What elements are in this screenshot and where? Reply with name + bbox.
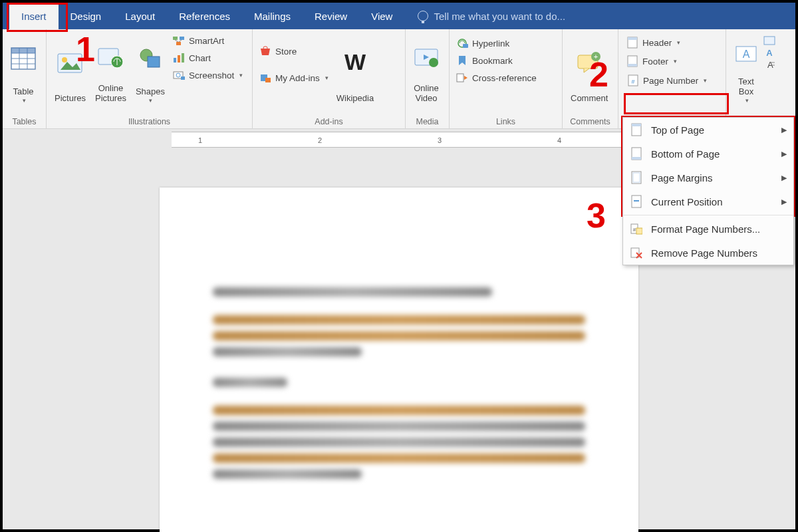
svg-rect-21 (181, 76, 185, 80)
group-label-comments: Comments (567, 115, 614, 127)
svg-text:3: 3 (438, 136, 442, 144)
svg-rect-30 (463, 44, 468, 48)
group-addins: Store My Add-ins ▾ W Wikipedia Add-ins (253, 29, 406, 128)
ribbon-tabs: Insert Design Layout References Mailings… (3, 3, 795, 29)
header-button[interactable]: Header ▾ (622, 35, 722, 51)
svg-rect-14 (180, 37, 184, 40)
svg-rect-62 (636, 228, 642, 234)
blurred-text (213, 469, 362, 479)
online-video-button[interactable]: Online Video (410, 32, 443, 105)
tab-insert[interactable]: Insert (9, 3, 59, 29)
svg-rect-55 (632, 157, 641, 160)
tab-review[interactable]: Review (303, 3, 359, 29)
tab-mailings[interactable]: Mailings (242, 3, 303, 29)
ribbon: Table ▾ Tables Pictures Onli (3, 29, 795, 129)
svg-rect-16 (174, 58, 176, 63)
document-page[interactable] (160, 188, 638, 532)
screenshot-button[interactable]: Screenshot▾ (170, 68, 245, 82)
svg-rect-15 (176, 42, 181, 45)
header-icon (626, 37, 638, 49)
tab-view[interactable]: View (359, 3, 404, 29)
table-button[interactable]: Table ▾ (7, 32, 40, 105)
svg-text:#: # (631, 78, 634, 85)
hyperlink-button[interactable]: Hyperlink (454, 36, 539, 51)
menu-current-position[interactable]: Current Position ▶ (623, 190, 793, 213)
online-pictures-icon (97, 33, 124, 81)
svg-text:4: 4 (557, 136, 561, 144)
page-number-icon: # (627, 74, 639, 86)
caret-icon: ▾ (23, 97, 26, 104)
tab-design[interactable]: Design (59, 3, 114, 29)
caret-icon: ▾ (745, 97, 749, 104)
group-links: Hyperlink Bookmark Cross-reference Links (450, 29, 563, 128)
svg-rect-38 (628, 64, 637, 66)
store-icon (259, 45, 271, 57)
crossref-icon (456, 72, 468, 84)
group-media: Online Video Media (406, 29, 450, 128)
svg-point-8 (62, 57, 67, 63)
tab-layout[interactable]: Layout (113, 3, 167, 29)
menu-page-margins[interactable]: Page Margins ▶ (623, 166, 793, 190)
text-box-icon: A (734, 33, 758, 74)
caret-icon: ▾ (149, 97, 152, 104)
menu-top-of-page[interactable]: Top of Page ▶ (623, 118, 793, 142)
svg-rect-36 (628, 37, 637, 40)
chart-button[interactable]: Chart (170, 51, 245, 65)
menu-bottom-of-page[interactable]: Bottom of Page ▶ (623, 142, 793, 166)
text-box-button[interactable]: A Text Box ▾ (730, 32, 762, 105)
group-label-illustrations: Illustrations (51, 115, 248, 127)
smartart-button[interactable]: SmartArt (170, 33, 245, 48)
online-pictures-button[interactable]: Online Pictures (91, 32, 130, 105)
hyperlink-icon (456, 37, 468, 49)
chart-icon (173, 52, 185, 64)
shapes-button[interactable]: Shapes ▾ (132, 32, 169, 105)
my-addins-button[interactable]: My Add-ins ▾ (257, 70, 331, 85)
bookmark-icon (456, 55, 468, 66)
tab-references[interactable]: References (167, 3, 242, 29)
table-icon (11, 33, 36, 84)
submenu-arrow-icon: ▶ (781, 150, 787, 158)
svg-text:2: 2 (318, 136, 322, 144)
blurred-text (213, 378, 287, 387)
video-icon (414, 33, 439, 81)
svg-rect-53 (632, 124, 641, 126)
page-bottom-icon (630, 147, 643, 160)
group-label-tables: Tables (7, 115, 42, 127)
submenu-arrow-icon: ▶ (781, 198, 787, 206)
svg-rect-12 (148, 57, 160, 67)
blurred-text (213, 438, 585, 447)
smartart-icon (173, 35, 185, 47)
blurred-text (213, 287, 492, 297)
blurred-text (213, 422, 585, 431)
group-label-media: Media (410, 115, 445, 127)
svg-rect-18 (182, 53, 184, 63)
page-number-dropdown: Top of Page ▶ Bottom of Page ▶ Page Marg… (622, 117, 794, 265)
menu-separator (623, 215, 793, 215)
lightbulb-icon (418, 11, 428, 21)
bookmark-button[interactable]: Bookmark (454, 53, 539, 68)
shapes-icon (138, 33, 162, 84)
group-text: A Text Box ▾ A A (726, 29, 793, 128)
menu-format-page-numbers[interactable]: # Format Page Numbers... (623, 217, 793, 241)
wordart-icon[interactable]: A (763, 48, 775, 57)
group-header-footer: Header ▾ Footer ▾ # Page Number ▾ (618, 29, 726, 128)
tell-me-search[interactable]: Tell me what you want to do... (404, 3, 565, 29)
footer-button[interactable]: Footer ▾ (622, 53, 722, 69)
blurred-text (213, 315, 585, 325)
page-number-button[interactable]: # Page Number ▾ (622, 72, 722, 89)
svg-rect-24 (265, 78, 271, 82)
quick-parts-icon[interactable] (763, 36, 775, 45)
menu-remove-page-numbers[interactable]: Remove Page Numbers (623, 241, 793, 265)
group-tables: Table ▾ Tables (3, 29, 47, 128)
wikipedia-button[interactable]: W Wikipedia (332, 32, 378, 105)
wikipedia-icon: W (342, 33, 368, 91)
remove-numbers-icon (630, 246, 643, 259)
callout-number-3: 3 (587, 196, 606, 235)
svg-text:A: A (767, 60, 773, 69)
drop-cap-icon[interactable]: A (763, 60, 775, 69)
addins-icon (259, 72, 271, 84)
store-button[interactable]: Store (257, 44, 331, 59)
group-label-addins: Add-ins (257, 115, 401, 127)
cross-reference-button[interactable]: Cross-reference (454, 70, 539, 85)
blurred-text (213, 454, 585, 463)
